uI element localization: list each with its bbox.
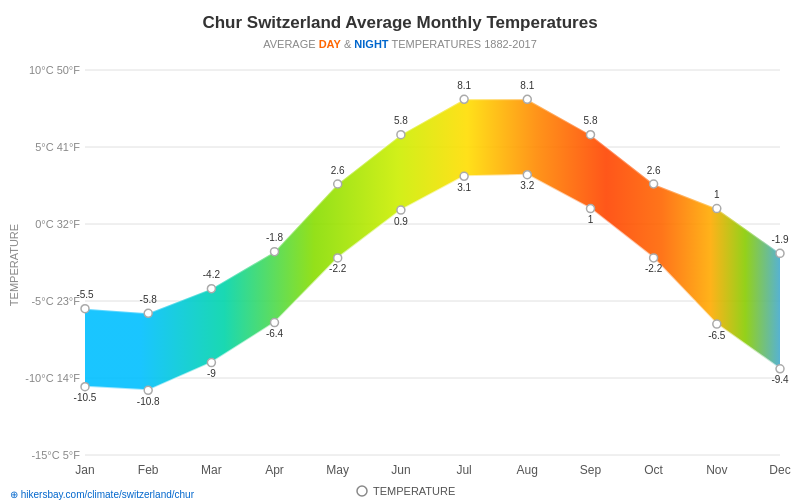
night-point-feb [144, 386, 152, 394]
x-label-may: May [326, 463, 349, 477]
chart-container: Chur Switzerland Average Monthly Tempera… [0, 0, 800, 500]
night-label-jun: 0.9 [394, 216, 408, 227]
day-point-may [334, 180, 342, 188]
night-label-jul: 3.1 [457, 182, 471, 193]
y-label-0: 0°C 32°F [35, 218, 80, 230]
day-label-dec: -1.9 [771, 234, 789, 245]
night-label-jan: -10.5 [74, 392, 97, 403]
x-label-oct: Oct [644, 463, 663, 477]
day-label-may: 2.6 [331, 165, 345, 176]
day-point-dec [776, 249, 784, 257]
day-point-aug [523, 95, 531, 103]
day-label-jun: 5.8 [394, 115, 408, 126]
day-label-feb: -5.8 [140, 294, 158, 305]
night-point-aug [523, 171, 531, 179]
day-point-mar [207, 285, 215, 293]
y-label-5: 5°C 41°F [35, 141, 80, 153]
night-label-apr: -6.4 [266, 328, 284, 339]
x-label-feb: Feb [138, 463, 159, 477]
night-point-jan [81, 383, 89, 391]
night-point-jun [397, 206, 405, 214]
day-label-mar: -4.2 [203, 269, 221, 280]
x-label-apr: Apr [265, 463, 284, 477]
night-label-sep: 1 [588, 214, 594, 225]
day-label-aug: 8.1 [520, 80, 534, 91]
night-point-dec [776, 365, 784, 373]
x-label-nov: Nov [706, 463, 727, 477]
y-label-neg15: -15°C 5°F [31, 449, 80, 461]
night-point-mar [207, 359, 215, 367]
day-point-jan [81, 305, 89, 313]
day-label-jan: -5.5 [76, 289, 94, 300]
day-point-feb [144, 309, 152, 317]
night-label-oct: -2.2 [645, 263, 663, 274]
chart-title: Chur Switzerland Average Monthly Tempera… [202, 13, 597, 32]
night-point-apr [271, 319, 279, 327]
night-point-sep [587, 205, 595, 213]
night-label-aug: 3.2 [520, 180, 534, 191]
day-point-jul [460, 95, 468, 103]
x-label-jan: Jan [75, 463, 94, 477]
day-label-sep: 5.8 [584, 115, 598, 126]
day-point-sep [587, 131, 595, 139]
legend-icon [357, 486, 367, 496]
night-label-mar: -9 [207, 368, 216, 379]
night-point-may [334, 254, 342, 262]
y-label-neg10: -10°C 14°F [25, 372, 80, 384]
footer-url: ⊕ hikersbay.com/climate/switzerland/chur [10, 489, 195, 500]
day-point-jun [397, 131, 405, 139]
chart-svg: Chur Switzerland Average Monthly Tempera… [0, 0, 800, 500]
night-point-jul [460, 172, 468, 180]
night-label-may: -2.2 [329, 263, 347, 274]
legend-label: TEMPERATURE [373, 485, 455, 497]
day-point-apr [271, 248, 279, 256]
x-label-jun: Jun [391, 463, 410, 477]
y-label-neg5: -5°C 23°F [31, 295, 80, 307]
day-point-oct [650, 180, 658, 188]
day-label-nov: 1 [714, 189, 720, 200]
day-label-jul: 8.1 [457, 80, 471, 91]
night-label-dec: -9.4 [771, 374, 789, 385]
night-point-oct [650, 254, 658, 262]
y-axis-title: TEMPERATURE [8, 224, 20, 306]
y-label-10: 10°C 50°F [29, 64, 80, 76]
night-label-feb: -10.8 [137, 396, 160, 407]
day-label-apr: -1.8 [266, 232, 284, 243]
x-label-sep: Sep [580, 463, 602, 477]
chart-subtitle: AVERAGE DAY & NIGHT TEMPERATURES 1882-20… [263, 38, 537, 50]
night-point-nov [713, 320, 721, 328]
night-label-nov: -6.5 [708, 330, 726, 341]
x-label-aug: Aug [517, 463, 538, 477]
day-label-oct: 2.6 [647, 165, 661, 176]
x-label-jul: Jul [456, 463, 471, 477]
x-label-dec: Dec [769, 463, 790, 477]
x-label-mar: Mar [201, 463, 222, 477]
day-point-nov [713, 205, 721, 213]
